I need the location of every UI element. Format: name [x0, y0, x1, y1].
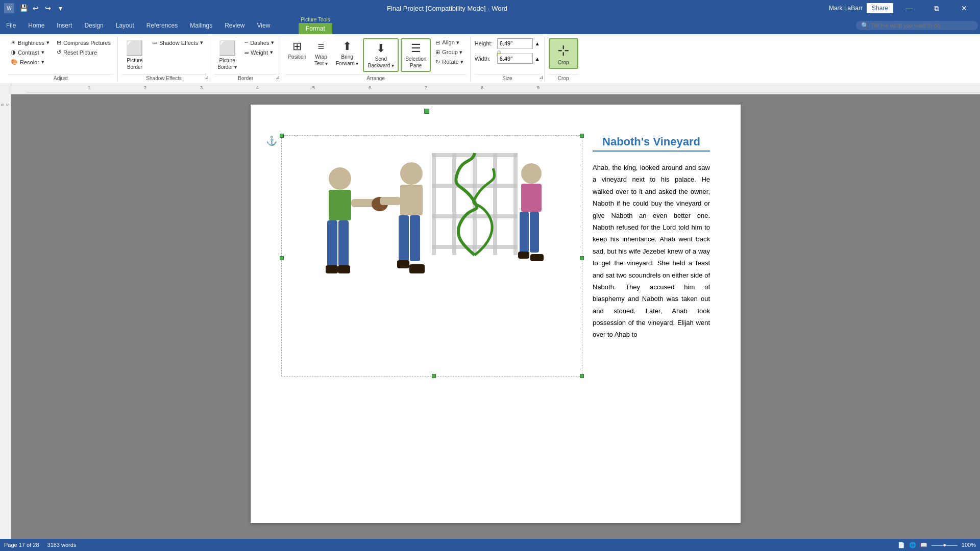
height-input[interactable]: [497, 38, 533, 48]
group-button[interactable]: ⊞ Group ▾: [433, 48, 465, 57]
handle-tl[interactable]: [280, 134, 284, 138]
wrap-text-icon: ≡: [318, 40, 325, 53]
search-input[interactable]: [871, 22, 973, 29]
border-group-content: ⬜ Picture Border ▾ ╌ Dashes ▾ ═ Weight ▾: [214, 36, 277, 74]
svg-text:6: 6: [369, 85, 371, 90]
minimize-button[interactable]: —: [897, 0, 921, 16]
picture-border-large-button[interactable]: ⬜ Picture Border: [122, 38, 148, 71]
tab-mailings[interactable]: Mailings: [184, 19, 218, 32]
anchor-icon: ⚓: [266, 135, 277, 146]
width-input[interactable]: [497, 54, 533, 64]
send-backward-group: ⬇ Send Backward ▾: [363, 38, 399, 72]
align-button[interactable]: ⊟ Align ▾: [433, 38, 465, 47]
border-expand-icon[interactable]: ⊿: [276, 74, 280, 80]
tab-layout[interactable]: Layout: [110, 19, 140, 32]
shadow-expand-icon[interactable]: ⊿: [205, 74, 209, 80]
story-title: Naboth's Vineyard: [593, 135, 710, 152]
document-area[interactable]: ⚓: [11, 94, 980, 551]
undo-button[interactable]: ↩: [31, 3, 41, 13]
view-web-icon[interactable]: 🌐: [909, 542, 916, 548]
ribbon-group-adjust: ☀ Brightness ▾ ◑ Contrast ▾ 🎨 Recolor ▾: [4, 36, 118, 81]
position-button[interactable]: ⊞ Position: [285, 38, 309, 61]
tab-format[interactable]: Format: [299, 23, 332, 34]
width-row: Width: ▲: [475, 54, 540, 64]
dashes-arrow: ▾: [271, 39, 274, 46]
customize-button[interactable]: ▾: [55, 3, 65, 13]
brightness-button[interactable]: ☀ Brightness ▾: [8, 38, 52, 47]
handle-ml[interactable]: [280, 256, 284, 260]
main-content: 1 2 3 4 5 6 1 2 3 4 5: [0, 83, 980, 551]
contrast-button[interactable]: ◑ Contrast ▾: [8, 48, 52, 57]
dashes-button[interactable]: ╌ Dashes ▾: [242, 38, 277, 47]
tab-design[interactable]: Design: [78, 19, 109, 32]
zoom-level: 100%: [962, 542, 976, 548]
ribbon-group-crop: ⊹ Crop Crop: [545, 36, 582, 81]
size-expand-icon[interactable]: ⊿: [539, 74, 543, 80]
handle-mr[interactable]: [580, 256, 584, 260]
view-print-icon[interactable]: 📄: [898, 542, 905, 548]
height-label: Height:: [475, 40, 495, 46]
send-backward-button[interactable]: ⬇ Send Backward ▾: [365, 40, 397, 70]
svg-text:5: 5: [312, 85, 315, 90]
shadow-effects-button[interactable]: ▭ Shadow Effects ▾: [150, 38, 206, 47]
arrange-label: Arrange: [285, 74, 465, 81]
ribbon-top-bar: File Home Insert Design Layout Reference…: [0, 16, 980, 34]
redo-button[interactable]: ↪: [43, 3, 53, 13]
svg-rect-29: [513, 153, 518, 255]
word-icon: W: [4, 3, 14, 13]
svg-rect-22: [397, 260, 409, 268]
svg-rect-26: [452, 153, 456, 255]
shadow-label: Shadow Effects: [122, 74, 206, 81]
share-button[interactable]: Share: [867, 3, 893, 13]
width-label: Width:: [475, 56, 495, 62]
reset-picture-button[interactable]: ↺ Reset Picture: [54, 48, 113, 57]
weight-icon: ═: [244, 49, 249, 56]
ribbon-group-arrange: ⊞ Position ≡ Wrap Text ▾ ⬆ Bring Forward…: [281, 36, 470, 81]
rotate-button[interactable]: ↻ Rotate ▾: [433, 58, 465, 66]
handle-bm[interactable]: [432, 374, 436, 378]
tab-insert[interactable]: Insert: [51, 19, 78, 32]
height-spinner-up[interactable]: ▲: [535, 41, 540, 46]
user-name: Mark LaBarr: [829, 5, 863, 12]
picture-border-button[interactable]: ⬜ Picture Border ▾: [214, 38, 240, 71]
svg-point-18: [400, 162, 423, 185]
selection-pane-icon: ☰: [411, 42, 421, 55]
handle-br[interactable]: [580, 374, 584, 378]
tab-file[interactable]: File: [0, 19, 22, 32]
wrap-text-button[interactable]: ≡ Wrap Text ▾: [311, 38, 331, 68]
tab-references[interactable]: References: [140, 19, 184, 32]
tab-view[interactable]: View: [251, 19, 277, 32]
document-title: Final Project [Compatibility Mode] - Wor…: [65, 5, 829, 12]
zoom-slider[interactable]: ——●——: [932, 542, 958, 548]
shadow-group-content: ⬜ Picture Border ▭ Shadow Effects ▾: [122, 36, 206, 74]
tab-home[interactable]: Home: [22, 19, 51, 32]
svg-rect-39: [530, 254, 544, 261]
save-button[interactable]: 💾: [18, 3, 29, 13]
handle-tr[interactable]: [580, 134, 584, 138]
arrange-col2: ⊟ Align ▾ ⊞ Group ▾ ↻ Rotate ▾: [433, 38, 465, 66]
width-spinner-up[interactable]: ▲: [535, 56, 540, 62]
ribbon-group-border: ⬜ Picture Border ▾ ╌ Dashes ▾ ═ Weight ▾: [210, 36, 281, 81]
weight-button[interactable]: ═ Weight ▾: [242, 48, 277, 57]
selection-pane-button[interactable]: ☰ Selection Pane: [403, 40, 429, 70]
view-read-icon[interactable]: 📖: [920, 542, 927, 548]
compress-pictures-button[interactable]: ⊞ Compress Pictures: [54, 38, 113, 47]
document-illustration: [284, 138, 580, 372]
recolor-button[interactable]: 🎨 Recolor ▾: [8, 58, 52, 66]
user-info[interactable]: Mark LaBarr: [829, 5, 863, 12]
title-bar-right: Mark LaBarr Share — ⧉ ✕: [829, 0, 976, 16]
svg-rect-13: [338, 220, 349, 266]
picture-tools-label: Picture Tools: [297, 16, 334, 23]
selection-handle-top[interactable]: [424, 109, 429, 114]
close-button[interactable]: ✕: [952, 0, 976, 16]
tab-review[interactable]: Review: [218, 19, 251, 32]
bring-forward-button[interactable]: ⬆ Bring Forward ▾: [333, 38, 361, 68]
maximize-button[interactable]: ⧉: [925, 0, 948, 16]
content-and-ruler: 1 2 3 4 5 6 7 8 9: [11, 83, 980, 551]
status-right: 📄 🌐 📖 ——●—— 100%: [898, 542, 976, 548]
shadow-col: ▭ Shadow Effects ▾: [150, 38, 206, 47]
search-icon: 🔍: [861, 22, 869, 29]
crop-button[interactable]: ⊹ Crop: [551, 40, 576, 67]
brightness-arrow: ▾: [46, 39, 50, 46]
border-col: ╌ Dashes ▾ ═ Weight ▾: [242, 38, 277, 57]
